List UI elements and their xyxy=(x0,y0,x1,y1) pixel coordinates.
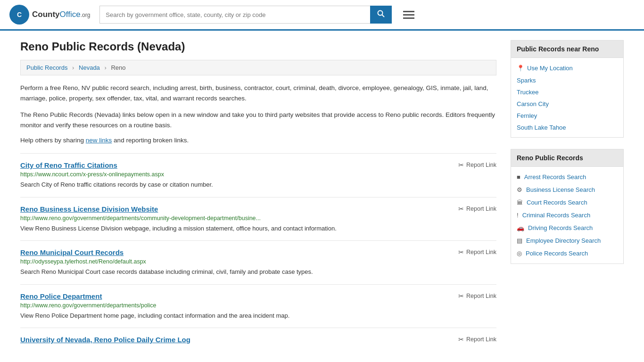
sidebar-city-link[interactable]: Sparks xyxy=(511,74,623,86)
result-item: Reno Police Department ✂ Report Link htt… xyxy=(20,284,496,328)
results-list: City of Reno Traffic Citations ✂ Report … xyxy=(20,153,496,353)
breadcrumb-sep: › xyxy=(72,64,74,71)
sidebar-record-label: Police Records Search xyxy=(526,250,588,257)
sidebar-record-icon: ⚙ xyxy=(517,186,522,193)
breadcrumb-public-records[interactable]: Public Records xyxy=(26,64,67,71)
sidebar-record-label: Driving Records Search xyxy=(528,224,593,231)
sidebar-records-link[interactable]: ! Criminal Records Search xyxy=(511,209,623,222)
result-url[interactable]: http://www.reno.gov/government/departmen… xyxy=(20,302,496,309)
sidebar-records-link[interactable]: 🏛 Court Records Search xyxy=(511,196,623,209)
result-item: City of Reno Traffic Citations ✂ Report … xyxy=(20,153,496,197)
sidebar-records-link[interactable]: ■ Arrest Records Search xyxy=(511,171,623,183)
search-button[interactable] xyxy=(370,6,392,24)
sidebar-city-link[interactable]: South Lake Tahoe xyxy=(511,122,623,133)
report-link-button[interactable]: ✂ Report Link xyxy=(458,205,496,213)
sidebar-records-link[interactable]: ▤ Employee Directory Search xyxy=(511,234,623,247)
result-title[interactable]: Reno Business License Division Website xyxy=(20,205,158,213)
report-icon: ✂ xyxy=(458,336,464,343)
sidebar-record-label: Court Records Search xyxy=(527,199,587,206)
report-link-label: Report Link xyxy=(466,336,496,343)
sharing-prefix: Help others by sharing xyxy=(20,137,86,144)
sidebar-record-icon: ■ xyxy=(517,173,520,181)
use-location[interactable]: 📍 Use My Location xyxy=(511,62,623,74)
nearby-cities-list: SparksTruckeeCarson CityFernleySouth Lak… xyxy=(511,74,623,133)
result-description: Search Reno Municipal Court case records… xyxy=(20,267,496,277)
sidebar-record-icon: ! xyxy=(517,212,519,219)
sidebar-records-link[interactable]: ◎ Police Records Search xyxy=(511,247,623,260)
breadcrumb-reno: Reno xyxy=(111,64,125,71)
nearby-title: Public Records near Reno xyxy=(511,40,624,58)
menu-line xyxy=(403,11,414,12)
sidebar-record-label: Criminal Records Search xyxy=(522,212,591,219)
records-title: Reno Public Records xyxy=(511,149,624,167)
menu-line xyxy=(403,17,414,19)
description: Perform a free Reno, NV public record se… xyxy=(20,83,496,103)
result-description: View Reno Police Department home page, i… xyxy=(20,311,496,321)
sidebar-record-icon: 🏛 xyxy=(517,199,523,206)
logo-text: CountyOffice.org xyxy=(32,10,90,19)
logo[interactable]: C CountyOffice.org xyxy=(9,5,90,25)
result-description: View Reno Business License Division webp… xyxy=(20,224,496,233)
sidebar-records-link[interactable]: 🚗 Driving Records Search xyxy=(511,222,623,234)
breadcrumb: Public Records › Nevada › Reno xyxy=(20,60,496,75)
sidebar-records-link[interactable]: ⚙ Business License Search xyxy=(511,183,623,196)
report-icon: ✂ xyxy=(458,248,464,256)
nearby-section: Public Records near Reno 📍 Use My Locati… xyxy=(511,40,624,138)
report-link-label: Report Link xyxy=(466,162,496,168)
sidebar-record-label: Arrest Records Search xyxy=(524,173,586,181)
svg-line-3 xyxy=(382,15,385,17)
sidebar-record-icon: ◎ xyxy=(517,250,522,257)
menu-line xyxy=(403,14,414,16)
result-title[interactable]: City of Reno Traffic Citations xyxy=(20,161,117,169)
records-links-list: ■ Arrest Records Search ⚙ Business Licen… xyxy=(511,171,623,260)
breadcrumb-sep: › xyxy=(104,64,106,71)
search-input[interactable] xyxy=(99,6,370,24)
records-body: ■ Arrest Records Search ⚙ Business Licen… xyxy=(511,167,624,264)
report-icon: ✂ xyxy=(458,205,464,213)
result-url[interactable]: http://www.reno.gov/government/departmen… xyxy=(20,215,496,222)
breadcrumb-nevada[interactable]: Nevada xyxy=(79,64,100,71)
menu-button[interactable] xyxy=(401,9,416,21)
result-title[interactable]: Reno Police Department xyxy=(20,292,102,300)
description2: The Reno Public Records (Nevada) links b… xyxy=(20,110,496,130)
result-title[interactable]: University of Nevada, Reno Police Daily … xyxy=(20,336,190,344)
report-link-label: Report Link xyxy=(466,249,496,255)
sidebar-record-label: Business License Search xyxy=(526,186,595,193)
sidebar-city-link[interactable]: Fernley xyxy=(511,110,623,122)
report-link-button[interactable]: ✂ Report Link xyxy=(458,336,496,343)
sidebar-record-label: Employee Directory Search xyxy=(526,237,601,244)
sharing-note: Help others by sharing new links and rep… xyxy=(20,137,496,144)
new-links-link[interactable]: new links xyxy=(86,137,112,144)
report-link-label: Report Link xyxy=(466,206,496,212)
sidebar-record-icon: 🚗 xyxy=(517,224,524,231)
logo-icon: C xyxy=(9,5,29,25)
result-title[interactable]: Reno Municipal Court Records xyxy=(20,248,124,256)
report-link-button[interactable]: ✂ Report Link xyxy=(458,161,496,169)
sidebar-record-icon: ▤ xyxy=(517,237,522,244)
result-item: University of Nevada, Reno Police Daily … xyxy=(20,328,496,353)
result-item: Reno Municipal Court Records ✂ Report Li… xyxy=(20,240,496,284)
svg-point-2 xyxy=(378,11,383,16)
sharing-suffix: and reporting broken links. xyxy=(112,137,189,144)
location-icon: 📍 xyxy=(517,65,524,72)
page-title: Reno Public Records (Nevada) xyxy=(20,40,496,53)
result-url[interactable]: http://odysseypa.tylerhost.net/Reno/defa… xyxy=(20,258,496,265)
records-section: Reno Public Records ■ Arrest Records Sea… xyxy=(511,149,624,264)
report-link-button[interactable]: ✂ Report Link xyxy=(458,248,496,256)
use-location-label: Use My Location xyxy=(527,65,573,72)
report-link-label: Report Link xyxy=(466,293,496,299)
result-item: Reno Business License Division Website ✂… xyxy=(20,197,496,241)
nearby-body: 📍 Use My Location SparksTruckeeCarson Ci… xyxy=(511,58,624,138)
result-url[interactable]: https://www.ncourt.com/x-press/x-onlinep… xyxy=(20,171,496,178)
report-icon: ✂ xyxy=(458,292,464,300)
sidebar-city-link[interactable]: Carson City xyxy=(511,98,623,110)
report-link-button[interactable]: ✂ Report Link xyxy=(458,292,496,300)
result-description: Search City of Reno traffic citations re… xyxy=(20,180,496,189)
sidebar-city-link[interactable]: Truckee xyxy=(511,86,623,98)
report-icon: ✂ xyxy=(458,161,464,169)
svg-text:C: C xyxy=(17,11,22,18)
